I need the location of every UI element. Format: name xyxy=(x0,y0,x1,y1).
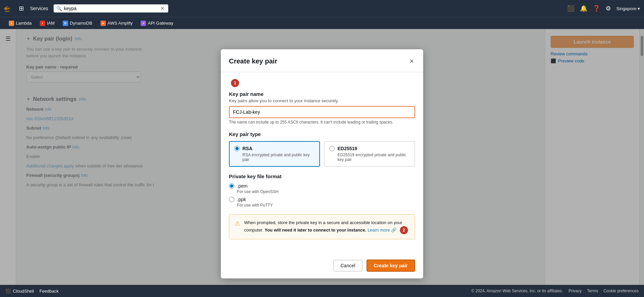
cloudshell-button[interactable]: ⬛ CloudShell xyxy=(5,289,34,294)
format-ppk[interactable]: .ppk For use with PuTTY xyxy=(229,197,415,208)
nav-icons: ⬛ 🔔 ❓ ⚙ Singapore ▾ xyxy=(567,5,640,12)
search-input[interactable] xyxy=(64,6,158,11)
learn-more-link[interactable]: Learn more 🔗 xyxy=(368,227,398,233)
ppk-radio[interactable] xyxy=(229,197,234,202)
create-key-pair-button[interactable]: Create key pair xyxy=(367,260,415,272)
sidebar-item-apigateway[interactable]: ⚡ API Gateway xyxy=(137,19,177,27)
bell-icon[interactable]: 🔔 xyxy=(580,5,587,12)
cloudshell-nav-icon[interactable]: ⬛ xyxy=(567,5,575,12)
bottom-bar: ⬛ CloudShell Feedback © 2024, Amazon Web… xyxy=(0,285,644,297)
keypair-type-label: Key pair type xyxy=(229,131,415,137)
sidebar-item-dynamodb[interactable]: D DynamoDB xyxy=(59,19,95,27)
iam-label: IAM xyxy=(47,21,55,26)
ed25519-desc: ED25519 encrypted private and public key… xyxy=(329,153,410,162)
bottom-right: © 2024, Amazon Web Services, Inc. or its… xyxy=(471,289,639,293)
step2-badge: 2 xyxy=(400,226,408,234)
terms-link[interactable]: Terms xyxy=(587,289,598,293)
amplify-icon: A xyxy=(100,21,106,26)
rsa-name: RSA xyxy=(242,146,253,151)
dynamodb-label: DynamoDB xyxy=(70,21,92,26)
help-icon[interactable]: ❓ xyxy=(593,5,600,12)
external-link-icon: 🔗 xyxy=(391,227,397,233)
pem-radio[interactable] xyxy=(229,183,234,189)
key-type-options: RSA RSA encrypted private and public key… xyxy=(229,141,415,167)
svg-text:aws: aws xyxy=(4,7,10,10)
apigateway-icon: ⚡ xyxy=(141,21,146,26)
settings-icon[interactable]: ⚙ xyxy=(606,5,611,12)
key-type-rsa[interactable]: RSA RSA encrypted private and public key… xyxy=(229,141,320,167)
region-button[interactable]: Singapore ▾ xyxy=(616,6,640,11)
ed25519-radio[interactable] xyxy=(329,146,335,151)
ppk-name: .ppk xyxy=(237,197,246,202)
copyright-text: © 2024, Amazon Web Services, Inc. or its… xyxy=(471,289,563,293)
cloudshell-icon: ⬛ xyxy=(5,289,11,294)
keypair-name-input[interactable] xyxy=(229,106,415,118)
keypair-name-field-label: Key pair name xyxy=(229,91,415,97)
modal-body: 1 Key pair name Key pairs allow you to c… xyxy=(221,72,423,254)
second-navigation: λ Lambda I IAM D DynamoDB A AWS Amplify … xyxy=(0,17,644,29)
dynamodb-icon: D xyxy=(63,21,68,26)
top-navigation: aws ⊞ Services 🔍 ✕ ⬛ 🔔 ❓ ⚙ Singapore ▾ xyxy=(0,0,644,17)
sidebar-item-iam[interactable]: I IAM xyxy=(36,19,58,27)
modal-title: Create key pair xyxy=(229,57,277,65)
lambda-label: Lambda xyxy=(16,21,32,26)
sidebar-item-lambda[interactable]: λ Lambda xyxy=(5,19,35,27)
warning-text: When prompted, store the private key in … xyxy=(244,219,409,234)
keypair-name-hint: The name can include up to 255 ASCII cha… xyxy=(229,120,415,125)
ed25519-name: ED25519 xyxy=(338,146,357,151)
amplify-label: AWS Amplify xyxy=(108,21,133,26)
feedback-button[interactable]: Feedback xyxy=(39,289,59,294)
cancel-button[interactable]: Cancel xyxy=(333,260,362,271)
keypair-name-field-desc: Key pairs allow you to connect to your i… xyxy=(229,98,415,103)
search-bar: 🔍 ✕ xyxy=(54,4,168,12)
clear-search-icon[interactable]: ✕ xyxy=(160,6,165,11)
warning-bold-text: You will need it later to connect to you… xyxy=(265,227,367,233)
rsa-radio[interactable] xyxy=(234,146,240,151)
private-key-format-label: Private key file format xyxy=(229,173,415,179)
format-pem[interactable]: .pem For use with OpenSSH xyxy=(229,183,415,194)
modal-header: Create key pair × xyxy=(221,49,423,72)
privacy-link[interactable]: Privacy xyxy=(568,289,582,293)
modal-close-button[interactable]: × xyxy=(408,56,415,66)
modal-overlay: Create key pair × 1 Key pair name Key pa… xyxy=(0,29,644,297)
grid-icon[interactable]: ⊞ xyxy=(19,5,24,12)
services-button[interactable]: Services xyxy=(27,4,51,12)
create-key-pair-modal: Create key pair × 1 Key pair name Key pa… xyxy=(221,49,423,278)
step1-badge: 1 xyxy=(231,79,239,87)
rsa-desc: RSA encrypted private and public key pai… xyxy=(234,153,315,162)
pem-name: .pem xyxy=(237,183,247,189)
pem-desc: For use with OpenSSH xyxy=(229,189,415,194)
cloudshell-label: CloudShell xyxy=(13,289,34,294)
sidebar-item-amplify[interactable]: A AWS Amplify xyxy=(97,19,136,27)
warning-icon: ⚠ xyxy=(235,220,240,227)
iam-icon: I xyxy=(40,21,45,26)
apigateway-label: API Gateway xyxy=(148,21,173,26)
aws-logo[interactable]: aws xyxy=(4,5,15,12)
search-icon: 🔍 xyxy=(56,6,62,11)
cookie-link[interactable]: Cookie preferences xyxy=(604,289,639,293)
modal-footer: Cancel Create key pair xyxy=(221,254,423,278)
key-type-ed25519[interactable]: ED25519 ED25519 encrypted private and pu… xyxy=(324,141,415,167)
lambda-icon: λ xyxy=(9,21,14,26)
main-content: ☰ ▼ Key pair (login) Info You can use a … xyxy=(0,29,644,297)
warning-box: ⚠ When prompted, store the private key i… xyxy=(229,214,415,239)
private-key-format-options: .pem For use with OpenSSH .ppk For use w… xyxy=(229,183,415,208)
ppk-desc: For use with PuTTY xyxy=(229,203,415,208)
